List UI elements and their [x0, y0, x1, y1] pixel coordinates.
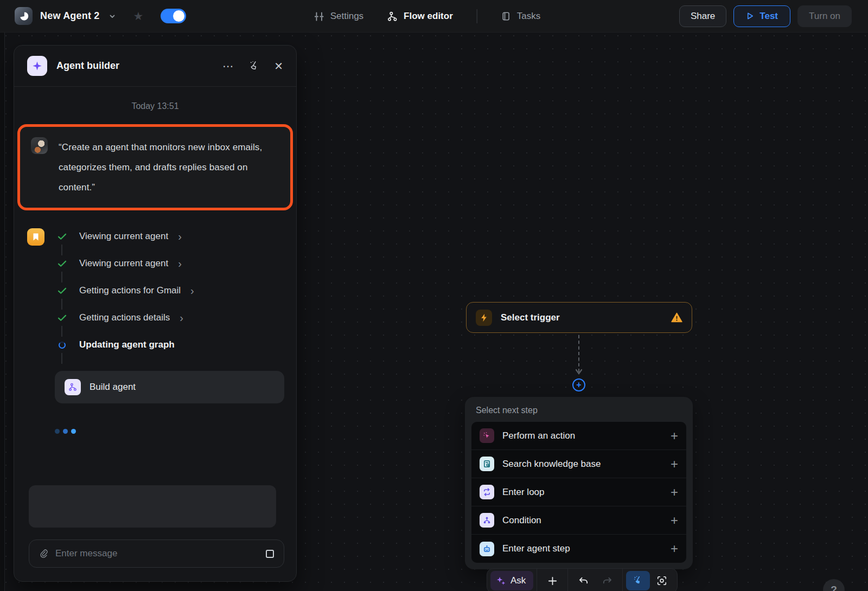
check-icon — [56, 233, 67, 240]
step-getting-actions-gmail[interactable]: Getting actions for Gmail › — [56, 282, 194, 299]
agent-title[interactable]: New Agent 2 — [40, 10, 100, 22]
broom-icon — [633, 575, 643, 586]
more-options-icon[interactable]: ⋯ — [222, 60, 233, 73]
agent-builder-panel: Agent builder ⋯ ✕ Today 13:51 “Create an… — [14, 45, 297, 582]
next-step-label: Enter agent step — [502, 543, 570, 554]
trigger-label: Select trigger — [501, 312, 560, 323]
next-step-menu-title: Select next step — [471, 403, 686, 422]
test-button[interactable]: Test — [733, 5, 790, 27]
build-agent-label: Build agent — [90, 382, 136, 393]
help-button[interactable]: ? — [823, 579, 845, 591]
step-connector — [61, 326, 62, 337]
stop-icon[interactable] — [266, 550, 274, 558]
next-step-label: Enter loop — [502, 487, 545, 498]
add-node-button[interactable] — [540, 571, 564, 590]
nav-divider — [477, 9, 477, 23]
step-getting-actions-details[interactable]: Getting actions details › — [56, 310, 194, 326]
undo-icon — [578, 576, 589, 586]
add-icon[interactable]: + — [671, 542, 678, 555]
step-label: Getting actions for Gmail — [79, 285, 181, 296]
agent-enabled-toggle[interactable] — [161, 9, 186, 23]
select-next-step-menu: Select next step Perform an action + — [465, 397, 693, 569]
clear-chat-broom-icon[interactable] — [248, 60, 259, 72]
fit-view-button[interactable] — [650, 571, 674, 590]
next-step-item-condition[interactable]: Condition + — [471, 506, 686, 535]
plus-icon — [547, 576, 558, 586]
draft-placeholder-card — [29, 485, 276, 528]
ask-button[interactable]: Ask — [490, 571, 533, 590]
next-step-item-search-knowledge-base[interactable]: Search knowledge base + — [471, 450, 686, 478]
tab-settings-label: Settings — [330, 11, 363, 22]
warning-icon — [671, 312, 682, 323]
next-step-item-enter-loop[interactable]: Enter loop + — [471, 478, 686, 506]
edge-connector — [578, 335, 579, 372]
cleanup-broom-button[interactable] — [626, 571, 650, 590]
chevron-right-icon[interactable]: › — [178, 231, 182, 242]
chevron-right-icon[interactable]: › — [180, 312, 183, 323]
step-connector — [61, 272, 62, 282]
condition-icon — [480, 513, 494, 528]
next-step-label: Condition — [502, 515, 541, 526]
tasks-book-icon — [501, 11, 511, 21]
next-step-label: Perform an action — [502, 431, 575, 441]
add-icon[interactable]: + — [671, 429, 678, 442]
chevron-right-icon[interactable]: › — [178, 258, 182, 269]
chat-timestamp: Today 13:51 — [14, 101, 296, 111]
app-logo-icon[interactable] — [15, 7, 33, 25]
check-icon — [56, 287, 67, 294]
lightning-icon — [476, 310, 492, 326]
turn-on-button[interactable]: Turn on — [797, 5, 852, 27]
chevron-right-icon[interactable]: › — [190, 285, 194, 296]
check-icon — [56, 314, 67, 322]
agent-brand: New Agent 2 ★ — [0, 7, 186, 25]
step-label: Viewing current agent — [79, 258, 168, 269]
typing-indicator — [55, 429, 296, 434]
sliders-icon — [314, 11, 324, 22]
favorite-star-icon[interactable]: ★ — [133, 10, 144, 23]
step-label: Getting actions details — [79, 312, 170, 323]
sparkle-icon — [27, 56, 47, 76]
user-avatar — [31, 137, 48, 154]
redo-button[interactable] — [595, 571, 619, 590]
toggle-knob — [173, 10, 184, 22]
message-input[interactable] — [55, 548, 266, 559]
chevron-down-icon[interactable] — [108, 12, 116, 20]
top-bar: New Agent 2 ★ Settings — [0, 0, 868, 33]
attachment-paperclip-icon[interactable] — [39, 549, 48, 558]
step-viewing-current-agent-2[interactable]: Viewing current agent › — [56, 255, 194, 272]
tab-tasks[interactable]: Tasks — [501, 11, 540, 22]
share-button[interactable]: Share — [679, 5, 726, 27]
next-step-item-perform-action[interactable]: Perform an action + — [471, 422, 686, 450]
add-icon[interactable]: + — [671, 514, 678, 527]
undo-button[interactable] — [571, 571, 595, 590]
canvas-toolbar: Ask — [487, 568, 678, 591]
step-viewing-current-agent-1[interactable]: Viewing current agent › — [56, 228, 194, 245]
step-connector — [61, 353, 62, 364]
build-agent-card[interactable]: Build agent — [55, 371, 284, 403]
add-step-plus-node[interactable]: + — [572, 378, 585, 391]
message-input-container — [29, 539, 284, 568]
step-connector — [61, 245, 62, 255]
ask-button-label: Ask — [510, 575, 526, 586]
add-icon[interactable]: + — [671, 486, 678, 499]
next-step-item-enter-agent-step[interactable]: Enter agent step + — [471, 535, 686, 563]
step-label: Viewing current agent — [79, 231, 168, 242]
sparkles-icon — [496, 576, 506, 586]
play-icon — [746, 12, 754, 20]
tab-flow-editor-label: Flow editor — [404, 11, 453, 22]
bookmark-icon — [27, 228, 44, 246]
redo-icon — [602, 576, 613, 586]
focus-icon — [656, 575, 667, 586]
select-trigger-node[interactable]: Select trigger — [466, 302, 692, 333]
tab-settings[interactable]: Settings — [314, 11, 363, 22]
topbar-actions: Share Test Turn on — [679, 5, 868, 27]
add-icon[interactable]: + — [671, 458, 678, 471]
loading-spinner-icon — [56, 342, 67, 349]
tab-flow-editor[interactable]: Flow editor — [387, 11, 453, 22]
action-icon — [480, 428, 494, 443]
knowledge-icon — [480, 457, 494, 471]
test-button-label: Test — [760, 11, 778, 22]
close-icon[interactable]: ✕ — [274, 60, 283, 73]
flow-icon — [387, 11, 398, 22]
step-connector — [61, 299, 62, 310]
